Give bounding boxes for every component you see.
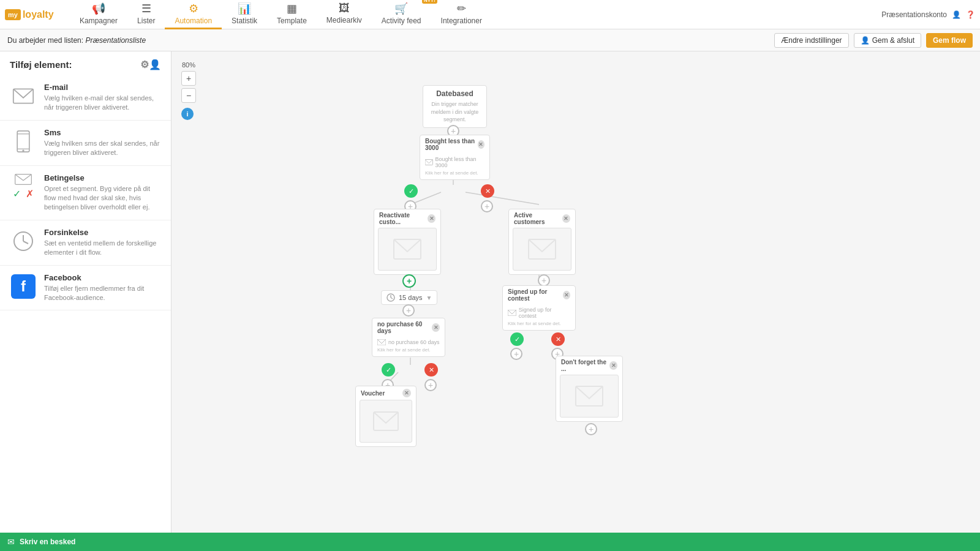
signed-close[interactable]: ✕ xyxy=(563,291,570,299)
facebook-content: Facebook Tilføj eller fjern medlemmer fr… xyxy=(44,273,161,303)
condition1-close[interactable]: ✕ xyxy=(478,140,484,149)
condition2-no-connector[interactable]: ✕ xyxy=(424,363,438,377)
lister-icon: ☰ xyxy=(141,2,151,15)
condition1-body: Bought less than 3000 Klik her for at se… xyxy=(420,154,489,179)
condition2-node[interactable]: no purchase 60 days ✕ no purchase 60 day… xyxy=(372,318,445,357)
sms-content: Sms Vælg hvilken sms der skal sendes, nå… xyxy=(44,128,161,158)
condition1-yes-connector[interactable]: ✓ xyxy=(404,184,418,198)
active-customers-node[interactable]: Active customers ✕ xyxy=(508,209,576,275)
betingelse-content: Betingelse Opret et segment. Byg videre … xyxy=(44,173,161,212)
save-close-label: Gem & afslut xyxy=(872,36,914,45)
account-label[interactable]: Præsentationskonto xyxy=(881,10,947,19)
nav-activity-feed[interactable]: NYT! 🛒 Activity feed xyxy=(372,0,431,29)
add-below-red1[interactable]: + xyxy=(481,200,493,212)
nav-integrationer[interactable]: ✏ Integrationer xyxy=(431,0,492,29)
signed-yes-connector[interactable]: ✓ xyxy=(510,332,524,346)
delay-dropdown-icon[interactable]: ▼ xyxy=(426,294,432,301)
active-customers-header: Active customers ✕ xyxy=(509,209,575,228)
forget-email-placeholder xyxy=(560,375,619,418)
reactivate-node[interactable]: Reactivate custo... ✕ xyxy=(374,209,441,275)
top-navigation: my loyalty 📢 Kampagner ☰ Lister ⚙ Automa… xyxy=(0,0,980,29)
zoom-out-button[interactable]: − xyxy=(181,88,196,103)
condition1-no-connector[interactable]: ✕ xyxy=(481,184,494,198)
nav-lister[interactable]: ☰ Lister xyxy=(127,0,165,29)
voucher-node[interactable]: Voucher ✕ xyxy=(355,386,417,447)
main-area: Tilføj element: ⚙👤 E-mail Vælg hvilken e… xyxy=(0,51,980,533)
sidebar: Tilføj element: ⚙👤 E-mail Vælg hvilken e… xyxy=(0,51,172,533)
voucher-email-placeholder xyxy=(360,400,412,443)
sidebar-item-forsinkelse[interactable]: Forsinkelse Sæt en ventetid mellem de fo… xyxy=(0,220,171,266)
user-icon[interactable]: 👤 xyxy=(952,10,961,19)
signed-no-connector[interactable]: ✕ xyxy=(551,332,565,346)
email-desc: Vælg hvilken e-mail der skal sendes, når… xyxy=(44,94,161,113)
sms-element-icon xyxy=(10,128,37,155)
kampagner-icon: 📢 xyxy=(92,2,105,15)
flow-canvas[interactable]: Datebased Din trigger matcher meldem i d… xyxy=(202,51,980,533)
nav-right: Præsentationskonto 👤 ❓ xyxy=(881,10,975,19)
voucher-header: Voucher ✕ xyxy=(356,386,416,400)
nav-items: 📢 Kampagner ☰ Lister ⚙ Automation 📊 Stat… xyxy=(70,0,881,29)
nav-template[interactable]: ▦ Template xyxy=(267,0,317,29)
nav-automation[interactable]: ⚙ Automation xyxy=(165,0,222,29)
mediearkiv-icon: 🖼 xyxy=(339,2,350,15)
voucher-label: Voucher xyxy=(361,390,385,397)
zoom-in-button[interactable]: + xyxy=(181,71,196,86)
flow-svg xyxy=(202,51,937,511)
facebook-desc: Tilføj eller fjern medlemmer fra dit Fac… xyxy=(44,284,161,303)
delay-label: 15 days xyxy=(399,294,423,301)
reactivate-close[interactable]: ✕ xyxy=(428,214,435,223)
info-button[interactable]: i xyxy=(181,108,194,120)
forget-node[interactable]: Don't forget the ... ✕ xyxy=(556,356,623,422)
sidebar-item-email[interactable]: E-mail Vælg hvilken e-mail der skal send… xyxy=(0,75,171,121)
bottom-bar[interactable]: ✉ Skriv en besked xyxy=(0,533,980,551)
active-email-placeholder xyxy=(513,228,571,271)
working-text: Du arbejder med listen: xyxy=(7,36,83,45)
nav-activity-feed-label: Activity feed xyxy=(382,17,421,25)
change-settings-button[interactable]: Ændre indstillinger xyxy=(774,33,848,48)
forsinkelse-desc: Sæt en ventetid mellem de forskellige el… xyxy=(44,239,161,258)
template-icon: ▦ xyxy=(287,2,297,15)
facebook-element-icon: f xyxy=(10,273,37,300)
sidebar-title: Tilføj element: ⚙👤 xyxy=(0,51,171,75)
add-below-active[interactable]: + xyxy=(538,274,550,287)
signed-header: Signed up for contest ✕ xyxy=(503,286,575,304)
condition1-node[interactable]: Bought less than 3000 ✕ Bought less than… xyxy=(420,135,490,180)
delay-node[interactable]: 15 days ▼ xyxy=(381,290,437,305)
voucher-close[interactable]: ✕ xyxy=(402,389,411,397)
datebased-desc: Din trigger matcher meldem i din valgte … xyxy=(429,100,480,124)
nav-statistik[interactable]: 📊 Statistik xyxy=(222,0,267,29)
condition2-close[interactable]: ✕ xyxy=(432,323,440,332)
add-below-delay[interactable]: + xyxy=(402,304,415,317)
reactivate-email-placeholder xyxy=(378,228,437,271)
nav-mediearkiv[interactable]: 🖼 Mediearkiv xyxy=(317,0,372,29)
signed-node[interactable]: Signed up for contest ✕ Signed up for co… xyxy=(502,285,576,331)
forsinkelse-title: Forsinkelse xyxy=(44,228,161,237)
nav-kampagner[interactable]: 📢 Kampagner xyxy=(70,0,127,29)
condition2-yes-connector[interactable]: ✓ xyxy=(382,363,395,377)
sms-desc: Vælg hvilken sms der skal sendes, når tr… xyxy=(44,139,161,158)
gem-flow-button[interactable]: Gem flow xyxy=(926,33,973,48)
help-icon[interactable]: ❓ xyxy=(966,10,975,19)
sidebar-item-betingelse[interactable]: ✓ ✗ Betingelse Opret et segment. Byg vid… xyxy=(0,166,171,220)
email-title: E-mail xyxy=(44,83,161,92)
sidebar-item-sms[interactable]: Sms Vælg hvilken sms der skal sendes, nå… xyxy=(0,121,171,166)
forget-label: Don't forget the ... xyxy=(561,359,609,372)
email-content: E-mail Vælg hvilken e-mail der skal send… xyxy=(44,83,161,113)
save-close-button[interactable]: 👤 Gem & afslut xyxy=(854,33,921,48)
add-below-forget[interactable]: + xyxy=(585,423,597,435)
add-below-red2[interactable]: + xyxy=(424,379,437,391)
add-below-reactivate[interactable]: + xyxy=(402,274,416,288)
chat-icon: ✉ xyxy=(7,537,15,547)
datebased-node[interactable]: Datebased Din trigger matcher meldem i d… xyxy=(423,85,487,128)
nav-lister-label: Lister xyxy=(137,17,155,25)
condition2-header: no purchase 60 days ✕ xyxy=(372,318,445,337)
add-below-signed-yes[interactable]: + xyxy=(510,348,522,360)
sidebar-item-facebook[interactable]: f Facebook Tilføj eller fjern medlemmer … xyxy=(0,266,171,311)
svg-point-4 xyxy=(23,150,24,151)
sidebar-settings-icon[interactable]: ⚙👤 xyxy=(140,59,161,70)
sidebar-title-text: Tilføj element: xyxy=(10,59,72,70)
nav-statistik-label: Statistik xyxy=(232,17,257,25)
svg-line-12 xyxy=(466,192,539,204)
active-customers-close[interactable]: ✕ xyxy=(562,214,570,223)
forget-close[interactable]: ✕ xyxy=(609,361,617,370)
